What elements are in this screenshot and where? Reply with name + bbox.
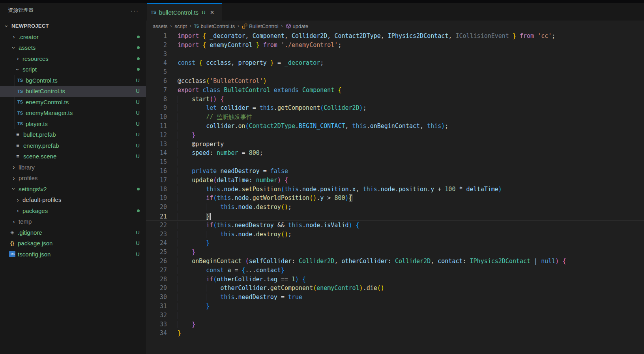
code-line-2[interactable]: 2import { enemyControl } from './enemyCo… — [146, 41, 644, 50]
line-number[interactable]: 10 — [146, 113, 178, 122]
line-number[interactable]: 4 — [146, 58, 178, 68]
tree-item-player-ts[interactable]: TSplayer.tsU — [0, 119, 146, 130]
breadcrumb-item-update[interactable]: update — [286, 23, 309, 29]
line-number[interactable]: 17 — [146, 176, 178, 185]
explorer-more-actions-icon[interactable]: ··· — [131, 7, 139, 14]
code-line-22[interactable]: 22 if(this.needDestroy && this.node.isVa… — [146, 221, 644, 230]
code-line-15[interactable]: 15 — [146, 158, 644, 167]
line-number[interactable]: 13 — [146, 140, 178, 149]
line-number[interactable]: 34 — [146, 329, 178, 338]
tree-item-label: NEWPROJECT — [11, 23, 49, 29]
code-line-25[interactable]: 25 } — [146, 248, 644, 257]
line-number[interactable]: 33 — [146, 320, 178, 329]
line-number[interactable]: 5 — [146, 68, 178, 77]
code-line-21[interactable]: 21 } — [146, 212, 644, 221]
tree-item-bgcontrol-ts[interactable]: TSbgControl.tsU — [0, 75, 146, 86]
code-editor[interactable]: 1import { _decorator, Component, Collide… — [146, 32, 644, 338]
line-number[interactable]: 32 — [146, 311, 178, 320]
code-line-24[interactable]: 24 } — [146, 239, 644, 248]
code-line-4[interactable]: 4const { ccclass, property } = _decorato… — [146, 58, 644, 68]
code-line-20[interactable]: 20 this.node.destroy(); — [146, 203, 644, 212]
line-number[interactable]: 16 — [146, 167, 178, 176]
line-number[interactable]: 26 — [146, 257, 178, 266]
line-number[interactable]: 9 — [146, 104, 178, 113]
line-number[interactable]: 14 — [146, 149, 178, 158]
code-line-7[interactable]: 7export class BulletControl extends Comp… — [146, 86, 644, 95]
line-number[interactable]: 8 — [146, 95, 178, 104]
code-line-28[interactable]: 28 if(otherCollider.tag == 1) { — [146, 275, 644, 284]
line-number[interactable]: 25 — [146, 248, 178, 257]
tree-item-package-json[interactable]: {}package.jsonU — [0, 238, 146, 249]
tree-item-library[interactable]: ›library — [0, 162, 146, 173]
breadcrumb-item-bulletcontrol[interactable]: BulletControl — [242, 23, 278, 29]
breadcrumb-item-script[interactable]: script — [175, 23, 187, 29]
line-number[interactable]: 28 — [146, 275, 178, 284]
tree-item-resources[interactable]: ›resources — [0, 53, 146, 64]
tree-item-enemymanager-ts[interactable]: TSenemyManager.tsU — [0, 107, 146, 119]
tree-item-newproject[interactable]: ›NEWPROJECT — [0, 21, 146, 32]
tree-item-packages[interactable]: ›packages — [0, 205, 146, 217]
code-line-32[interactable]: 32 — [146, 311, 644, 320]
code-line-10[interactable]: 10 // 监听触发事件 — [146, 113, 644, 122]
code-line-9[interactable]: 9 let collider = this.getComponent(Colli… — [146, 104, 644, 113]
close-icon[interactable]: × — [210, 9, 214, 16]
tree-item-enemy-prefab[interactable]: ≡enemy.prefabU — [0, 140, 146, 151]
line-number[interactable]: 15 — [146, 158, 178, 167]
code-line-8[interactable]: 8 start() { — [146, 95, 644, 104]
code-line-19[interactable]: 19 if(this.node.getWorldPosition().y > 8… — [146, 194, 644, 203]
tree-item--creator[interactable]: ›.creator — [0, 32, 146, 43]
code-line-16[interactable]: 16 private needDestroy = false — [146, 167, 644, 176]
line-number[interactable]: 6 — [146, 77, 178, 86]
line-number[interactable]: 30 — [146, 293, 178, 302]
line-number[interactable]: 20 — [146, 203, 178, 212]
tree-item-enemycontrol-ts[interactable]: TSenemyControl.tsU — [0, 97, 146, 108]
code-line-13[interactable]: 13 @property — [146, 140, 644, 149]
code-line-30[interactable]: 30 this.needDestroy = true — [146, 293, 644, 302]
code-line-33[interactable]: 33 } — [146, 320, 644, 329]
tree-item-profiles[interactable]: ›profiles — [0, 173, 146, 184]
code-line-17[interactable]: 17 update(deltaTime: number) { — [146, 176, 644, 185]
line-number[interactable]: 21 — [146, 212, 178, 220]
code-line-12[interactable]: 12 } — [146, 131, 644, 140]
tree-item-temp[interactable]: ›temp — [0, 216, 146, 227]
code-line-29[interactable]: 29 otherCollider.getComponent(enemyContr… — [146, 284, 644, 293]
tree-item-settings-v2[interactable]: ›settings\v2 — [0, 184, 146, 195]
code-line-18[interactable]: 18 this.node.setPosition(this.node.posit… — [146, 185, 644, 194]
breadcrumb-item-assets[interactable]: assets — [153, 23, 168, 29]
line-number[interactable]: 11 — [146, 122, 178, 131]
code-line-23[interactable]: 23 this.node.destroy(); — [146, 230, 644, 239]
code-line-6[interactable]: 6@ccclass('BulletControl') — [146, 77, 644, 86]
code-line-27[interactable]: 27 const a = {...contact} — [146, 266, 644, 275]
tab-bulletcontrol[interactable]: TS bulletControl.ts U × — [147, 3, 222, 21]
line-number[interactable]: 12 — [146, 131, 178, 140]
line-number[interactable]: 3 — [146, 50, 178, 59]
code-line-5[interactable]: 5 — [146, 68, 644, 77]
tree-item-tsconfig-json[interactable]: TStsconfig.jsonU — [0, 249, 146, 260]
breadcrumb-item-bulletcontrol-ts[interactable]: TSbulletControl.ts — [194, 23, 235, 29]
line-number[interactable]: 31 — [146, 302, 178, 311]
line-number[interactable]: 24 — [146, 239, 178, 248]
tree-item-scene-scene[interactable]: ≡scene.sceneU — [0, 151, 146, 162]
line-number[interactable]: 19 — [146, 194, 178, 203]
line-number[interactable]: 22 — [146, 221, 178, 230]
line-number[interactable]: 1 — [146, 32, 178, 41]
tree-item-script[interactable]: ›script — [0, 64, 146, 75]
code-line-31[interactable]: 31 } — [146, 302, 644, 311]
line-number[interactable]: 23 — [146, 230, 178, 239]
tree-item-default-profiles[interactable]: ›default-profiles — [0, 194, 146, 205]
tree-item-bulletcontrol-ts[interactable]: TSbulletControl.tsU — [0, 86, 146, 97]
code-line-11[interactable]: 11 collider.on(Contact2DType.BEGIN_CONTA… — [146, 122, 644, 131]
line-number[interactable]: 27 — [146, 266, 178, 275]
tree-item-bullet-prefab[interactable]: ≡bullet.prefabU — [0, 129, 146, 140]
code-line-26[interactable]: 26 onBeginContact (selfCollider: Collide… — [146, 257, 644, 266]
line-number[interactable]: 29 — [146, 284, 178, 293]
tree-item-assets[interactable]: ›assets — [0, 42, 146, 53]
code-line-14[interactable]: 14 speed: number = 800; — [146, 149, 644, 158]
code-line-34[interactable]: 34} — [146, 329, 644, 338]
tree-item--gitignore[interactable]: ◈.gitignoreU — [0, 227, 146, 238]
line-number[interactable]: 7 — [146, 86, 178, 95]
code-line-3[interactable]: 3 — [146, 50, 644, 59]
code-line-1[interactable]: 1import { _decorator, Component, Collide… — [146, 32, 644, 41]
line-number[interactable]: 2 — [146, 41, 178, 50]
line-number[interactable]: 18 — [146, 185, 178, 194]
